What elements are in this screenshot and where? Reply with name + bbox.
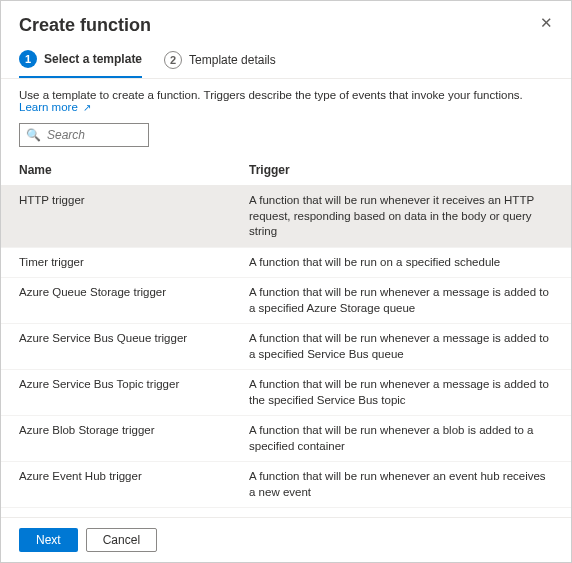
learn-more-link[interactable]: Learn more ↗ bbox=[19, 101, 91, 113]
search-icon: 🔍 bbox=[26, 128, 41, 142]
table-header: Name Trigger bbox=[1, 159, 571, 186]
column-header-trigger[interactable]: Trigger bbox=[249, 163, 553, 177]
table-row[interactable]: Azure Event Hub triggerA function that w… bbox=[1, 462, 571, 508]
template-name: HTTP trigger bbox=[19, 193, 249, 240]
next-button[interactable]: Next bbox=[19, 528, 78, 552]
template-trigger: A function that will be run whenever an … bbox=[249, 469, 553, 500]
step-label: Select a template bbox=[44, 52, 142, 66]
description-text: Use a template to create a function. Tri… bbox=[19, 89, 523, 101]
template-trigger: A function that will be run whenever a b… bbox=[249, 423, 553, 454]
external-link-icon: ↗ bbox=[83, 102, 91, 113]
template-trigger: A function that will be run on a specifi… bbox=[249, 255, 553, 271]
table-row[interactable]: Azure Blob Storage triggerA function tha… bbox=[1, 416, 571, 462]
stepper: 1Select a template2Template details bbox=[1, 44, 571, 78]
step-label: Template details bbox=[189, 53, 276, 67]
divider bbox=[1, 78, 571, 79]
table-row[interactable]: HTTP triggerA function that will be run … bbox=[1, 186, 571, 248]
search-input-wrapper[interactable]: 🔍 bbox=[19, 123, 149, 147]
template-trigger: A function that will be run whenever a m… bbox=[249, 285, 553, 316]
table-row[interactable]: Azure Service Bus Queue triggerA functio… bbox=[1, 324, 571, 370]
table-row[interactable]: Azure Service Bus Topic triggerA functio… bbox=[1, 370, 571, 416]
template-trigger: A function that will be run whenever a m… bbox=[249, 331, 553, 362]
close-icon[interactable]: ✕ bbox=[540, 15, 553, 30]
template-name: Azure Service Bus Topic trigger bbox=[19, 377, 249, 408]
step-badge: 2 bbox=[164, 51, 182, 69]
description: Use a template to create a function. Tri… bbox=[1, 89, 571, 123]
cancel-button[interactable]: Cancel bbox=[86, 528, 157, 552]
step-1[interactable]: 1Select a template bbox=[19, 50, 142, 78]
template-name: Azure Queue Storage trigger bbox=[19, 285, 249, 316]
search-input[interactable] bbox=[47, 128, 142, 142]
template-trigger: A function that will be run whenever it … bbox=[249, 193, 553, 240]
step-2[interactable]: 2Template details bbox=[164, 50, 276, 78]
step-badge: 1 bbox=[19, 50, 37, 68]
learn-more-label: Learn more bbox=[19, 101, 78, 113]
template-table: Name Trigger HTTP triggerA function that… bbox=[1, 159, 571, 563]
template-name: Timer trigger bbox=[19, 255, 249, 271]
dialog-footer: Next Cancel bbox=[1, 517, 571, 562]
column-header-name[interactable]: Name bbox=[19, 163, 249, 177]
table-row[interactable]: Timer triggerA function that will be run… bbox=[1, 248, 571, 279]
dialog-title: Create function bbox=[19, 15, 151, 36]
template-trigger: A function that will be run whenever a m… bbox=[249, 377, 553, 408]
template-name: Azure Event Hub trigger bbox=[19, 469, 249, 500]
table-row[interactable]: Azure Queue Storage triggerA function th… bbox=[1, 278, 571, 324]
template-name: Azure Service Bus Queue trigger bbox=[19, 331, 249, 362]
template-name: Azure Blob Storage trigger bbox=[19, 423, 249, 454]
